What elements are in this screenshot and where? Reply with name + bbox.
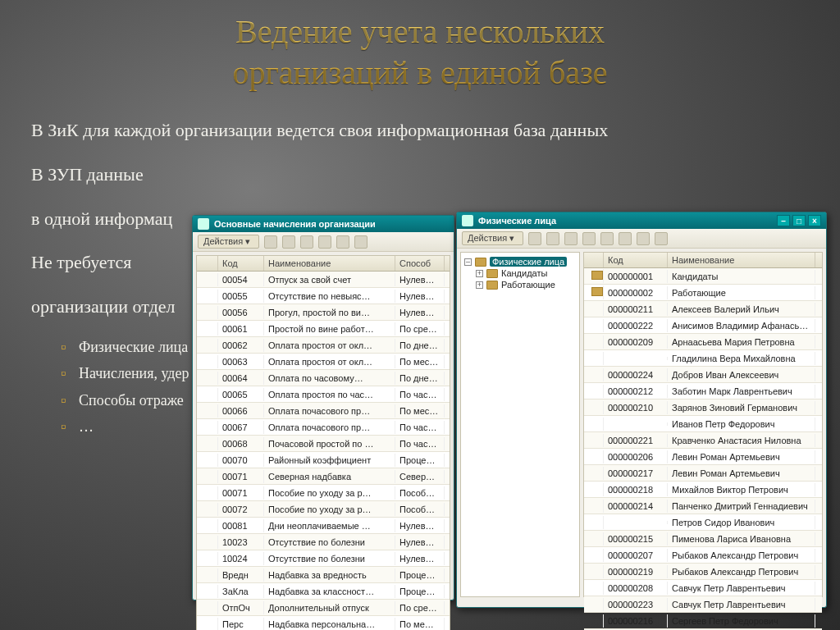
paragraph-4a: Не требуется (31, 252, 131, 272)
actions-menu[interactable]: Действия ▾ (198, 235, 259, 249)
table-row[interactable]: 000000222 Анисимов Владимир Афанасьевич (584, 317, 822, 334)
cell-method: По час… (395, 437, 445, 450)
col-blank[interactable] (584, 253, 604, 267)
table-row[interactable]: 00061 Простой по вине работ… По сре… (197, 321, 450, 337)
table-row[interactable]: 000000221 Кравченко Анастасия Ниловна (584, 432, 822, 449)
table-row[interactable]: 000000216 Сергеев Петр Федорович (584, 613, 822, 629)
table-row[interactable]: 000000211 Алексеев Валерий Ильич (584, 301, 822, 317)
table-row[interactable]: Перс Надбавка персональна… По ме… (197, 616, 450, 630)
table-row[interactable]: Гладилина Вера Михайловна (584, 350, 822, 367)
cell-method: Проце… (395, 568, 445, 582)
table-row[interactable]: 00054 Отпуск за свой счет Нулев… (197, 272, 450, 288)
table-row[interactable]: 00070 Районный коэффициент Проце… (197, 452, 450, 468)
table-row[interactable]: 00067 Оплата почасового пр… По час… (197, 419, 450, 436)
accruals-grid[interactable]: Код Наименование Способ 00054 Отпуск за … (196, 255, 450, 630)
table-row[interactable]: 000000206 Левин Роман Артемьевич (584, 449, 822, 465)
table-row[interactable]: 00055 Отсутствие по невыяс… Нулев… (197, 288, 450, 304)
maximize-button[interactable]: □ (792, 215, 806, 226)
tree-root[interactable]: – Физические лица (464, 256, 576, 267)
tb-filter-icon[interactable] (619, 232, 632, 245)
table-row[interactable]: 000000209 Арнаасьева Мария Петровна (584, 334, 822, 350)
paragraph-4b: организации отдел (31, 296, 176, 317)
tb-edit-icon[interactable] (282, 235, 295, 249)
col-code[interactable]: Код (604, 253, 668, 267)
tb-addgroup-icon[interactable] (546, 232, 559, 245)
cell-method: Проце… (395, 454, 445, 467)
table-row[interactable]: 00071 Северная надбавка Север… (197, 468, 450, 485)
tb-add-icon[interactable] (264, 235, 277, 249)
accruals-window[interactable]: Основные начисления организации Действия… (192, 215, 454, 600)
cell-method: Нулев… (395, 306, 445, 319)
window-titlebar[interactable]: Физические лица – □ × (457, 212, 826, 229)
table-row[interactable]: 00065 Оплата простоя по час… По час… (197, 386, 450, 403)
table-row[interactable]: 000000207 Рыбаков Александр Петрович (584, 547, 822, 564)
tb-refresh-icon[interactable] (637, 232, 650, 245)
col-code[interactable]: Код (218, 256, 264, 271)
col-method[interactable]: Способ (395, 256, 445, 271)
col-name[interactable]: Наименование (668, 253, 815, 267)
tb-refresh-icon[interactable] (336, 235, 349, 249)
persons-window[interactable]: Физические лица – □ × Действия ▾ – Физич… (456, 212, 827, 608)
table-row[interactable]: 000000219 Рыбаков Александр Петрович (584, 564, 822, 580)
table-row[interactable]: 000000217 Левин Роман Артемьевич (584, 465, 822, 482)
table-row[interactable]: ЗаКла Надбавка за классност… Проце… (197, 583, 450, 600)
tree-node[interactable]: + Кандидаты (464, 267, 576, 279)
tree-node[interactable]: + Работающие (464, 279, 576, 290)
cell-code: 000000224 (604, 368, 668, 381)
close-button[interactable]: × (808, 215, 821, 226)
table-row[interactable]: 00064 Оплата по часовому… По дне… (197, 370, 450, 386)
table-row[interactable]: ОтпОч Дополнительный отпуск По сре… (197, 600, 450, 616)
table-row[interactable]: 000000208 Савчук Петр Лаврентьевич (584, 580, 822, 596)
cell-code: 00062 (218, 339, 264, 352)
table-row[interactable]: 00081 Дни неоплачиваемые … Нулев… (197, 518, 450, 534)
tb-help-icon[interactable] (655, 232, 668, 245)
tb-edit-icon[interactable] (564, 232, 578, 245)
window-titlebar[interactable]: Основные начисления организации (193, 216, 454, 232)
cell-method: Север… (395, 470, 445, 483)
table-row[interactable]: 00063 Оплата простоя от окл… По мес… (197, 354, 450, 370)
tb-delete-icon[interactable] (582, 232, 596, 245)
table-row[interactable]: 00072 Пособие по уходу за р… Пособ… (197, 501, 450, 518)
cell-method: Пособ… (395, 486, 445, 500)
table-row[interactable]: 000000214 Панченко Дмитрий Геннадиевич (584, 498, 822, 514)
actions-menu[interactable]: Действия ▾ (462, 231, 523, 245)
col-blank[interactable] (197, 256, 218, 271)
collapse-icon[interactable]: – (464, 258, 472, 266)
tb-add-icon[interactable] (528, 232, 541, 245)
table-row[interactable]: 000000002 Работающие (584, 285, 822, 301)
tree-panel[interactable]: – Физические лица + Кандидаты + Работающ… (460, 252, 580, 597)
cell-name: Надбавка персональна… (264, 618, 395, 631)
table-row[interactable]: Иванов Петр Федорович (584, 416, 822, 432)
cell-name: Простой по вине работ… (264, 322, 395, 336)
table-row[interactable]: 00066 Оплата почасового пр… По мес… (197, 403, 450, 419)
minimize-button[interactable]: – (777, 215, 790, 226)
cell-code (604, 422, 668, 426)
table-row[interactable]: Вредн Надбавка за вредность Проце… (197, 567, 450, 583)
table-row[interactable]: 000000210 Зарянов Зиновий Германович (584, 399, 822, 416)
toolbar: Действия ▾ (193, 232, 454, 252)
table-row[interactable]: 10023 Отсутствие по болезни Нулев… (197, 534, 450, 550)
table-row[interactable]: 000000218 Михайлов Виктор Петрович (584, 482, 822, 498)
table-row[interactable]: Петров Сидор Иванович (584, 514, 822, 531)
table-row[interactable]: 000000215 Пименова Лариса Ивановна (584, 531, 822, 547)
toolbar: Действия ▾ (457, 229, 826, 249)
table-row[interactable]: 000000001 Кандидаты (584, 268, 822, 285)
col-name[interactable]: Наименование (264, 256, 395, 271)
table-row[interactable]: 00056 Прогул, простой по ви… Нулев… (197, 304, 450, 321)
cell-method: Нулев… (395, 290, 445, 303)
tb-copy-icon[interactable] (300, 235, 313, 249)
tb-hierarchy-icon[interactable] (600, 232, 614, 245)
table-row[interactable]: 00068 Почасовой простой по … По час… (197, 436, 450, 452)
table-row[interactable]: 000000212 Заботин Марк Лаврентьевич (584, 383, 822, 399)
table-row[interactable]: 000000223 Савчук Петр Лаврентьевич (584, 596, 822, 613)
tb-delete-icon[interactable] (318, 235, 331, 249)
table-row[interactable]: 00071 Пособие по уходу за р… Пособ… (197, 485, 450, 501)
table-row[interactable]: 000000224 Добров Иван Алексеевич (584, 367, 822, 383)
tb-help-icon[interactable] (354, 235, 368, 249)
table-row[interactable]: 00062 Оплата простоя от окл… По дне… (197, 337, 450, 354)
persons-grid[interactable]: Код Наименование 000000001 Кандидаты 000… (583, 252, 823, 597)
expand-icon[interactable]: + (476, 281, 483, 289)
cell-method: По час… (395, 421, 445, 434)
table-row[interactable]: 10024 Отсутствие по болезни Нулев… (197, 550, 450, 567)
expand-icon[interactable]: + (476, 270, 483, 277)
